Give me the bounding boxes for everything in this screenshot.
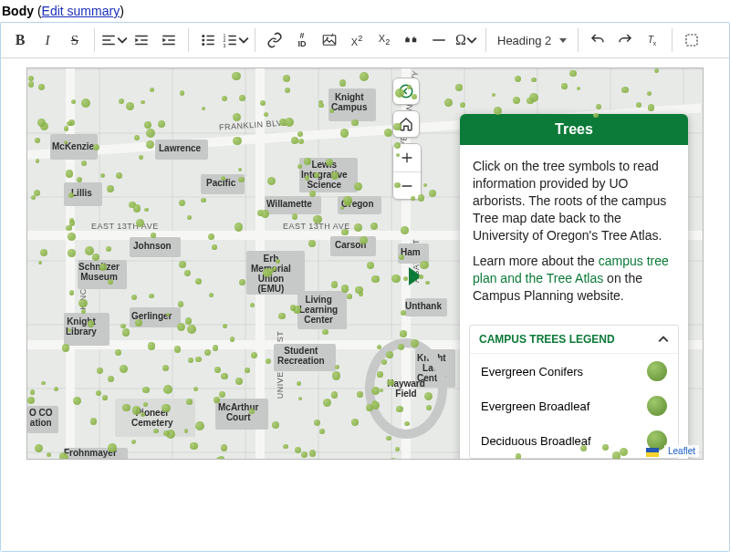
tree-dot [318,103,324,109]
media-button[interactable]: ♪ [316,26,343,54]
tree-dot [120,365,128,373]
legend-label: Evergreen Conifers [481,365,583,379]
tree-dot [235,378,243,385]
link-button[interactable] [261,26,288,54]
tree-dot [131,440,136,444]
expand-icon [683,32,700,48]
tree-dot [115,349,121,356]
bold-button[interactable]: B [6,26,34,54]
tree-dot [126,102,134,110]
tree-dot [614,459,620,460]
tree-dot [283,75,290,82]
tree-dot [68,233,76,241]
tree-dot [283,444,287,449]
tree-dot [133,204,141,212]
blockquote-button[interactable] [398,26,425,54]
svg-point-7 [327,37,328,39]
subscript-button[interactable]: X2 [370,26,398,54]
svg-text:x: x [653,40,657,47]
align-button[interactable] [100,26,128,54]
street-label: EAST 13TH AVE [91,222,159,231]
tree-dot [212,244,217,250]
tree-dot [395,447,400,451]
tree-dot [64,140,68,144]
tree-dot [96,390,101,396]
tree-dot [278,313,285,319]
tree-dot [332,371,341,380]
tree-dot [230,337,235,342]
leaflet-link[interactable]: Leaflet [668,446,695,456]
indent-button[interactable] [155,26,182,54]
tree-dot [238,177,244,182]
undo-button[interactable] [584,26,611,54]
tree-dot [340,206,344,210]
anchor-id-button[interactable]: #ID [288,26,316,54]
bullet-list-icon [200,32,216,48]
media-icon: ♪ [321,32,338,48]
tree-dot [407,85,412,89]
tree-dot [313,215,321,223]
tree-dot [88,320,94,327]
tree-dot [351,119,359,127]
italic-button[interactable]: I [34,26,61,54]
tree-dot [233,113,241,121]
svg-point-1 [202,39,204,42]
horizontal-rule-button[interactable] [425,26,453,54]
tree-dot [593,113,599,119]
tree-dot [73,397,81,405]
tree-dot [319,429,324,433]
editor-body[interactable]: FRANKLIN BLVD EAST 13TH AVE EAST 13TH AV… [1,58,729,551]
source-button[interactable] [678,26,705,54]
outdent-button[interactable] [128,26,155,54]
tree-dot [102,395,108,400]
legend-label: Deciduous Broadleaf [481,434,591,448]
superscript-button[interactable]: X2 [343,26,370,54]
chevron-down-icon [238,32,249,48]
legend-toggle[interactable]: CAMPUS TREES LEGEND [470,326,678,354]
tree-dot [139,155,142,159]
clear-format-button[interactable]: Tx [639,26,666,54]
edit-summary-link[interactable]: Edit summary [42,4,120,18]
tree-dot [184,429,188,432]
tree-dot [355,286,362,294]
align-left-icon [100,32,117,48]
superscript-icon: X2 [351,34,362,47]
quote-icon [403,32,420,48]
svg-rect-12 [686,35,697,46]
tree-dot [151,233,156,238]
tree-swatch-icon [647,396,667,416]
tree-dot [38,84,45,90]
tree-dot [335,365,339,369]
undo-icon [589,32,606,48]
tree-dot [35,138,40,143]
heading-select[interactable]: Heading 2 [492,26,572,54]
subscript-icon: X2 [379,33,390,47]
tree-dot [250,303,255,307]
tree-dot [308,240,316,247]
tree-dot [35,444,43,452]
numbered-list-icon: 123 [222,32,238,48]
redo-button[interactable] [611,26,639,54]
plus-icon [400,150,414,165]
tree-dot [64,126,69,131]
special-char-button[interactable]: Ω [453,26,480,54]
tree-dot [90,418,98,425]
tree-dot [187,325,196,334]
tree-dot [162,404,170,412]
tree-dot [331,391,338,398]
tree-dot [69,218,74,223]
bullet-list-button[interactable] [194,26,222,54]
tree-dot [179,200,185,206]
tree-dot [233,137,242,146]
body-label: Body [2,4,34,18]
tree-dot [561,83,568,89]
tree-dot [148,342,156,350]
tree-dot [322,329,328,336]
numbered-list-button[interactable]: 123 [222,26,249,54]
embedded-map[interactable]: FRANKLIN BLVD EAST 13TH AVE EAST 13TH AV… [26,67,704,460]
strikethrough-button[interactable]: S [61,26,89,54]
tree-dot [429,190,436,197]
tree-dot [377,371,383,378]
tree-dot [354,182,362,191]
tree-dot [419,275,422,278]
